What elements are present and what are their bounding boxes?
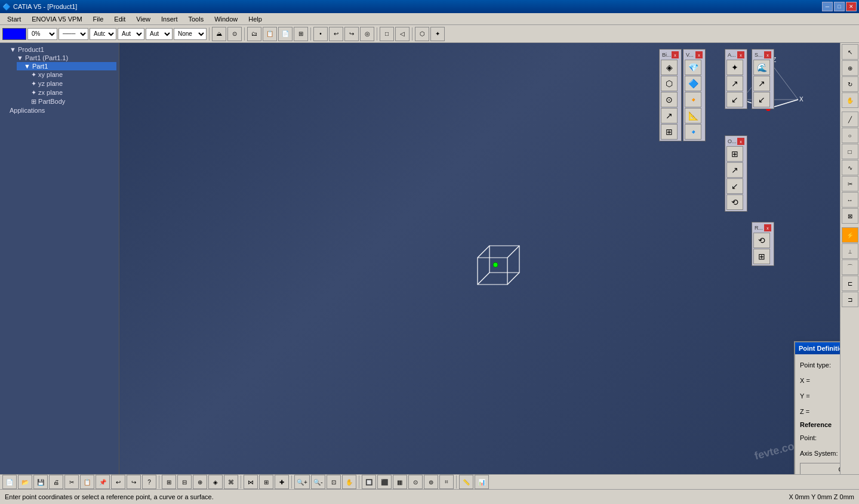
menu-start[interactable]: Start xyxy=(2,14,26,24)
btb-view6[interactable]: ⌗ xyxy=(439,475,454,489)
panel-v-btn1[interactable]: 💎 xyxy=(685,60,701,75)
tb-btn-2[interactable]: 📋 xyxy=(263,27,277,41)
panel-v-btn5[interactable]: 🔹 xyxy=(685,124,701,140)
btb-view4[interactable]: ⊙ xyxy=(408,475,423,489)
tb-btn-3[interactable]: 📄 xyxy=(278,27,293,41)
panel-a-close[interactable]: x xyxy=(737,51,744,58)
tree-item-applications[interactable]: Applications xyxy=(2,106,116,115)
window-close-btn[interactable]: ✕ xyxy=(846,2,857,11)
panel-a-btn3[interactable]: ↙ xyxy=(726,92,743,107)
rt-line-btn[interactable]: ╱ xyxy=(842,112,858,127)
btb-b4[interactable]: ◈ xyxy=(208,475,223,489)
tb-btn-1[interactable]: 🗂 xyxy=(247,27,261,41)
panel-o-btn2[interactable]: ↗ xyxy=(726,162,743,178)
panel-r-close[interactable]: x xyxy=(764,224,771,231)
tree-item-part11[interactable]: ▼ Part1 (Part1.1) xyxy=(10,54,116,62)
panel-a-btn2[interactable]: ↗ xyxy=(726,76,743,91)
rt-pan-btn[interactable]: ✋ xyxy=(842,92,858,108)
panel-v-btn2[interactable]: 🔷 xyxy=(685,76,701,91)
btb-redo[interactable]: ↪ xyxy=(127,475,141,489)
btb-paste[interactable]: 📌 xyxy=(96,475,110,489)
btb-view1[interactable]: 🔲 xyxy=(362,475,376,489)
btb-pan[interactable]: ✋ xyxy=(342,475,356,489)
tree-item-yz[interactable]: ✦ yz plane xyxy=(24,79,116,88)
tb-btn-wire[interactable]: ⊙ xyxy=(227,27,242,41)
panel-o-btn3[interactable]: ↙ xyxy=(726,178,743,194)
panel-a-btn1[interactable]: ✦ xyxy=(726,60,743,75)
btb-b5[interactable]: ⌘ xyxy=(224,475,238,489)
btb-grid[interactable]: ⊞ xyxy=(259,475,273,489)
btb-measure[interactable]: 📏 xyxy=(459,475,473,489)
rt-orange-btn[interactable]: ⚡ xyxy=(842,227,858,243)
window-maximize-btn[interactable]: □ xyxy=(834,2,845,11)
window-minimize-btn[interactable]: ─ xyxy=(822,2,833,11)
btb-open[interactable]: 📂 xyxy=(18,475,32,489)
menu-tools[interactable]: Tools xyxy=(183,14,208,24)
btb-b1[interactable]: ⊞ xyxy=(162,475,176,489)
tb-btn-9[interactable]: ⬡ xyxy=(415,27,429,41)
menu-help[interactable]: Help xyxy=(244,14,267,24)
rt-select-btn[interactable]: ↖ xyxy=(842,44,858,60)
tb-btn-shade[interactable]: ⛰ xyxy=(212,27,226,41)
tb-btn-6[interactable]: ◎ xyxy=(360,27,374,41)
tb-btn-4[interactable]: ⊞ xyxy=(294,27,308,41)
btb-zoom-in[interactable]: 🔍+ xyxy=(294,475,310,489)
tb-btn-7[interactable]: □ xyxy=(380,27,394,41)
menu-file[interactable]: File xyxy=(88,14,109,24)
btb-axis[interactable]: ✚ xyxy=(275,475,289,489)
tree-item-part1[interactable]: ▼ Part1 xyxy=(17,62,116,70)
tb-btn-rot2[interactable]: ↪ xyxy=(344,27,359,41)
tb-btn-rot1[interactable]: ↩ xyxy=(329,27,343,41)
panel-bi-btn1[interactable]: ◈ xyxy=(661,60,678,75)
panel-s-btn3[interactable]: ↙ xyxy=(753,92,770,107)
tree-item-xy[interactable]: ✦ xy plane xyxy=(24,70,116,79)
panel-r-btn1[interactable]: ⟲ xyxy=(753,233,770,248)
rt-zoom-btn[interactable]: ⊕ xyxy=(842,60,858,76)
rt-rect-btn[interactable]: □ xyxy=(842,144,858,159)
rt-extra3[interactable]: ⊏ xyxy=(842,276,858,291)
btb-b2[interactable]: ⊟ xyxy=(177,475,192,489)
viewport[interactable]: Z X Y xyxy=(119,43,840,474)
btb-help[interactable]: ? xyxy=(142,475,156,489)
zoom-select[interactable]: 0%25%50%100% xyxy=(27,28,57,40)
btb-print[interactable]: 🖨 xyxy=(49,475,63,489)
btb-view3[interactable]: ▦ xyxy=(393,475,407,489)
panel-s-close[interactable]: x xyxy=(764,51,771,58)
menu-view[interactable]: View xyxy=(131,14,155,24)
panel-o-btn4[interactable]: ⟲ xyxy=(726,194,743,210)
linestyle-select[interactable]: ─── xyxy=(59,28,88,40)
auto1-select[interactable]: Auto xyxy=(90,28,116,40)
rt-extra4[interactable]: ⊐ xyxy=(842,292,858,307)
compass-location-btn[interactable]: Compass Location xyxy=(800,463,840,474)
btb-zoom-out[interactable]: 🔍- xyxy=(311,475,325,489)
rt-extra1[interactable]: ⟂ xyxy=(842,243,858,259)
panel-v-btn4[interactable]: 📐 xyxy=(685,108,701,123)
panel-bi-btn3[interactable]: ⊙ xyxy=(661,92,678,107)
tree-item-product1[interactable]: ▼ Product1 xyxy=(2,45,116,54)
btb-view2[interactable]: ⬛ xyxy=(377,475,392,489)
tb-btn-10[interactable]: ✦ xyxy=(430,27,445,41)
rt-rotate-btn[interactable]: ↻ xyxy=(842,76,858,92)
panel-bi-btn2[interactable]: ⬡ xyxy=(661,76,678,91)
btb-b3[interactable]: ⊕ xyxy=(193,475,207,489)
btb-zoom-all[interactable]: ⊡ xyxy=(327,475,341,489)
btb-cut[interactable]: ✂ xyxy=(64,475,79,489)
rt-extra2[interactable]: ⌒ xyxy=(842,259,858,275)
btb-view5[interactable]: ⊚ xyxy=(424,475,438,489)
none-select[interactable]: None ▼ xyxy=(174,28,207,40)
btb-copy[interactable]: 📋 xyxy=(80,475,94,489)
menu-window[interactable]: Window xyxy=(210,14,242,24)
panel-s-btn1[interactable]: 🌊 xyxy=(753,60,770,75)
btb-undo[interactable]: ↩ xyxy=(111,475,125,489)
panel-v-btn3[interactable]: 🔸 xyxy=(685,92,701,107)
panel-s-btn2[interactable]: ↗ xyxy=(753,76,770,91)
panel-bi-btn4[interactable]: ↗ xyxy=(661,108,678,123)
btb-save[interactable]: 💾 xyxy=(33,475,48,489)
panel-o-btn1[interactable]: ⊞ xyxy=(726,146,743,162)
menu-enovia[interactable]: ENOVIA V5 VPM xyxy=(27,14,87,24)
rt-dim-btn[interactable]: ↔ xyxy=(842,192,858,208)
btb-analyze[interactable]: 📊 xyxy=(475,475,489,489)
auto3-select[interactable]: Aut ▼ xyxy=(146,28,173,40)
panel-bi-close[interactable]: x xyxy=(672,51,679,58)
rt-spline-btn[interactable]: ∿ xyxy=(842,160,858,175)
